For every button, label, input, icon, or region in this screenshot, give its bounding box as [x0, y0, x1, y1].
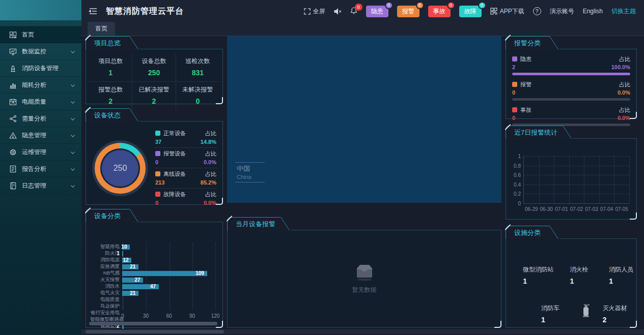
chevron-down-icon	[71, 116, 75, 120]
alarm-button-1[interactable]: 报警0	[397, 6, 419, 17]
overview-stats: 项目总数1设备总数250巡检次数831报警总数2已解决报警2未解决报警0	[86, 49, 222, 112]
alarm-button-3[interactable]: 故障0	[459, 6, 482, 17]
sidebar-item-7[interactable]: 运维管理	[0, 144, 81, 161]
language-toggle[interactable]: English	[583, 8, 603, 15]
legend-swatch	[155, 131, 160, 136]
theme-toggle[interactable]: 切换主题	[611, 7, 636, 16]
china-map[interactable]: 中国 China	[227, 36, 501, 203]
facility-value: 1	[570, 277, 588, 285]
gridline	[599, 156, 600, 203]
alarm-button-label: 故障	[464, 8, 477, 15]
sidebar-item-1[interactable]: 数据监控	[0, 43, 81, 60]
collapse-sidebar-icon[interactable]	[89, 7, 98, 16]
map-region-label[interactable]: 中国 China	[235, 162, 265, 182]
alarm-category-row-0: 隐患占比2100.0%	[512, 55, 630, 75]
sidebar-item-6[interactable]: 隐患管理	[0, 127, 81, 144]
bar-value: 27	[134, 277, 140, 283]
sidebar-item-5[interactable]: 需量分析	[0, 110, 81, 127]
horizontal-scrollbar[interactable]	[81, 329, 644, 334]
ratio-label: 占比	[619, 81, 630, 88]
alarm-button-badge: 0	[447, 2, 455, 9]
legend-pct: 14.8%	[201, 139, 216, 145]
x-tick-label: 30	[143, 313, 149, 319]
chart-scrollbar[interactable]	[89, 322, 217, 325]
alarm-button-0[interactable]: 隐患0	[366, 6, 388, 17]
facility-label: 微型消防站	[523, 265, 553, 274]
bar-row-1: 防火门1	[90, 250, 215, 257]
x-tick-label: 60	[166, 313, 172, 319]
alarm-label: 报警	[520, 81, 531, 87]
legend-line1: 正常设备占比	[155, 130, 216, 137]
sidebar-item-label: 运维管理	[22, 148, 46, 157]
energy-icon	[9, 81, 17, 89]
hydrant-icon	[9, 65, 17, 72]
x-tick-label: 07-03	[585, 206, 598, 212]
panel-facility: 设施分类 微型消防站1消火栓1消防人员1消防车1灭火器材2	[506, 239, 637, 328]
alarm-button-2[interactable]: 事故0	[428, 6, 451, 17]
demo-account-button[interactable]: 演示账号	[550, 7, 574, 16]
sidebar-item-4[interactable]: 电能质量	[0, 94, 81, 110]
alarm-value: 0	[512, 115, 515, 121]
alarm-value: 2	[512, 64, 515, 70]
legend-value: 213	[155, 179, 164, 186]
demand-icon	[9, 115, 17, 123]
bar-value: 10	[121, 244, 127, 250]
bar-row-2: 消防电源12	[90, 257, 215, 263]
help-icon[interactable]: ?	[533, 7, 541, 15]
sidebar-divider	[0, 20, 81, 26]
facility-value: 1	[541, 316, 559, 324]
tab-home[interactable]: 首页	[88, 22, 115, 36]
stat-label: 已解决报警	[133, 85, 174, 94]
bar[interactable]	[122, 251, 123, 256]
facility-value: 1	[609, 277, 633, 285]
app-download-label: APP下载	[500, 7, 524, 16]
app-download-button[interactable]: APP下载	[490, 7, 524, 16]
corner-accent	[216, 198, 223, 205]
chevron-down-icon	[71, 184, 75, 188]
device-status-donut-chart[interactable]: 250	[95, 143, 146, 194]
corner-accent	[505, 224, 511, 230]
alarm-button-label: 事故	[433, 8, 445, 15]
gridline	[524, 175, 629, 175]
sidebar-item-3[interactable]: 能耗分析	[0, 77, 81, 94]
progress-track	[512, 98, 630, 101]
sidebar-item-label: 数据监控	[22, 47, 46, 56]
sidebar-item-9[interactable]: 日志管理	[0, 177, 81, 194]
alarm-label: 事故	[520, 107, 531, 113]
sidebar-item-8[interactable]: 报告分析	[0, 161, 81, 177]
scrollbar-thumb[interactable]	[86, 330, 224, 333]
chevron-down-icon	[71, 133, 75, 137]
progress-track	[512, 124, 630, 126]
gridline	[584, 156, 584, 203]
legend-swatch	[512, 107, 517, 112]
corner-accent	[630, 212, 637, 220]
mute-icon[interactable]	[334, 8, 342, 15]
bar-row-4: NB气感109	[90, 270, 215, 277]
y-tick-label: 0.6	[514, 172, 521, 178]
gridline	[524, 194, 629, 194]
main-area: 智慧消防管理云平台 全屏 0 隐患0报警0事故0故障0	[81, 0, 644, 335]
bar-category-label: 消防水	[90, 283, 122, 290]
stat-label: 设备总数	[133, 57, 174, 66]
legend-line2: 00.0%	[155, 159, 216, 165]
bar-plot: 109	[122, 271, 215, 276]
y-tick-label: 0.8	[514, 163, 521, 168]
bar-value: 21	[130, 264, 135, 269]
fullscreen-label: 全屏	[313, 7, 325, 16]
sidebar-item-2[interactable]: 消防设备管理	[0, 60, 81, 77]
x-tick-label: 06-30	[540, 206, 553, 212]
bar-plot: 27	[122, 278, 215, 283]
overview-stat-3: 报警总数2	[89, 82, 132, 110]
bar[interactable]	[122, 271, 207, 276]
legend-row-3: 故障设备占比00.0%	[154, 189, 217, 208]
notification-bell-icon[interactable]: 0	[350, 7, 357, 16]
gridline	[569, 156, 570, 203]
corner-accent	[216, 97, 223, 104]
fullscreen-button[interactable]: 全屏	[304, 7, 325, 16]
ratio-label: 占比	[205, 191, 216, 198]
chevron-down-icon	[71, 83, 75, 87]
sidebar-item-0[interactable]: 首页	[0, 26, 81, 43]
gridline	[215, 242, 216, 310]
legend-swatch	[512, 56, 517, 62]
bar-value: 21	[130, 290, 135, 296]
